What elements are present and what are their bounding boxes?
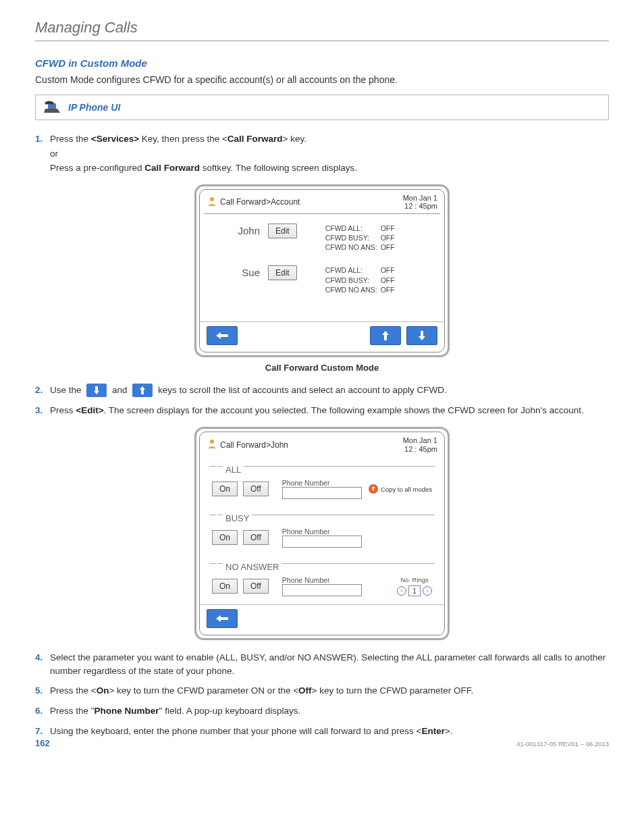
group-label: NO ANSWER xyxy=(223,562,281,572)
step-1: 1. Press the <Services> Key, then press … xyxy=(35,132,609,175)
text: or xyxy=(50,147,609,161)
text: > key to turn the CFWD parameter ON or t… xyxy=(109,685,298,696)
account-name: Sue xyxy=(209,265,260,278)
phone-number-label: Phone Number xyxy=(282,527,362,536)
callout-label: IP Phone UI xyxy=(68,102,120,113)
svg-point-2 xyxy=(210,440,214,444)
decrease-rings-button[interactable]: ‹ xyxy=(397,586,406,596)
text: > key to turn the CFWD parameter OFF. xyxy=(312,685,474,696)
account-row-sue: Sue Edit CFWD ALL:OFF CFWD BUSY:OFF CFWD… xyxy=(209,265,435,294)
text: > key. xyxy=(283,134,306,144)
cfwd-all-value: OFF xyxy=(381,224,395,233)
phone-number-field: Phone Number xyxy=(95,706,159,716)
text: Press the < xyxy=(50,685,97,696)
group-all: ALL On Off Phone Number Copy to all mode… xyxy=(207,460,437,504)
cfwd-busy-label: CFWD BUSY: xyxy=(325,276,381,285)
phone-number-label: Phone Number xyxy=(282,576,362,584)
text: Press a pre-configured xyxy=(50,163,144,173)
enter-key: Enter xyxy=(421,726,445,736)
phone-screen-2: Call Forward>John Mon Jan 1 12 : 45pm AL… xyxy=(194,427,450,640)
on-button[interactable]: On xyxy=(212,579,238,594)
copy-label: Copy to all modes xyxy=(381,486,432,493)
step-5: 5. Press the <On> key to turn the CFWD p… xyxy=(35,684,609,698)
call-forward-softkey: Call Forward xyxy=(144,163,200,173)
up-arrow-icon xyxy=(132,384,153,397)
step-number: 1. xyxy=(35,132,50,175)
cfwd-busy-value: OFF xyxy=(381,233,395,242)
text: softkey. The following screen displays. xyxy=(200,163,357,173)
group-busy: BUSY On Off Phone Number xyxy=(207,509,437,553)
services-key: <Services> xyxy=(91,134,139,144)
step-number: 2. xyxy=(35,384,50,397)
cfwd-na-label: CFWD NO ANS: xyxy=(325,242,381,252)
section-title: CFWD in Custom Mode xyxy=(35,57,609,69)
back-button[interactable] xyxy=(207,609,238,628)
edit-button[interactable]: Edit xyxy=(268,265,297,280)
down-arrow-icon xyxy=(86,384,107,397)
text: . The screen displays for the account yo… xyxy=(104,405,584,415)
ip-phone-ui-callout: IP Phone UI xyxy=(35,95,609,120)
text: Press the " xyxy=(50,706,95,716)
group-no-answer: NO ANSWER On Off Phone Number No. Rings … xyxy=(207,557,437,602)
group-label: BUSY xyxy=(223,513,252,523)
off-button[interactable]: Off xyxy=(243,481,269,496)
step-4: 4. Select the parameter you want to enab… xyxy=(35,651,609,677)
breadcrumb: Call Forward>Account xyxy=(220,197,300,207)
step-number: 5. xyxy=(35,684,50,698)
cfwd-na-value: OFF xyxy=(381,242,395,252)
text: >. xyxy=(445,726,453,736)
phone-number-label: Phone Number xyxy=(282,479,362,487)
step-number: 4. xyxy=(35,651,50,677)
header-rule xyxy=(35,41,609,41)
text: Use the xyxy=(50,385,84,395)
phone-screen-1: Call Forward>Account Mon Jan 1 12 : 45pm… xyxy=(194,184,450,357)
text: Press xyxy=(50,405,76,415)
figure-caption: Call Forward Custom Mode xyxy=(265,363,379,373)
down-button[interactable] xyxy=(406,326,437,345)
cfwd-all-label: CFWD ALL: xyxy=(325,224,381,233)
on-button[interactable]: On xyxy=(212,530,238,545)
step-number: 3. xyxy=(35,404,50,417)
account-name: John xyxy=(209,224,260,236)
text: Select the parameter you want to enable … xyxy=(50,651,609,677)
off-button[interactable]: Off xyxy=(243,579,269,594)
back-button[interactable] xyxy=(207,326,238,345)
page-number: 162 xyxy=(35,738,50,748)
up-button[interactable] xyxy=(370,326,401,345)
step-2: 2. Use the and keys to scroll the list o… xyxy=(35,384,609,397)
text: Press the xyxy=(50,134,91,144)
group-label: ALL xyxy=(223,465,244,475)
cfwd-all-value: OFF xyxy=(381,265,395,275)
text: " field. A pop-up keyboard displays. xyxy=(159,706,301,716)
person-icon xyxy=(207,196,217,209)
svg-point-1 xyxy=(210,197,214,201)
cfwd-all-label: CFWD ALL: xyxy=(325,265,381,275)
page-header: Managing Calls xyxy=(35,19,609,36)
cfwd-na-value: OFF xyxy=(381,285,395,294)
call-forward-key: Call Forward xyxy=(227,134,283,144)
increase-rings-button[interactable]: › xyxy=(423,586,432,596)
phone-number-input[interactable] xyxy=(282,536,362,548)
phone-number-input[interactable] xyxy=(282,584,362,596)
text: Using the keyboard, enter the phone numb… xyxy=(50,726,421,736)
step-number: 7. xyxy=(35,725,50,738)
on-button[interactable]: On xyxy=(212,481,238,496)
text: and xyxy=(112,385,130,395)
cfwd-na-label: CFWD NO ANS: xyxy=(325,285,381,294)
page-footer: 162 41-001317-05 REV01 – 06.2013 xyxy=(35,738,609,748)
date: Mon Jan 1 xyxy=(403,436,437,445)
step-6: 6. Press the "Phone Number" field. A pop… xyxy=(35,704,609,718)
document-id: 41-001317-05 REV01 – 06.2013 xyxy=(516,740,609,748)
off-key: Off xyxy=(298,685,312,696)
step-number: 6. xyxy=(35,704,50,718)
edit-button[interactable]: Edit xyxy=(268,224,297,238)
copy-icon xyxy=(369,484,378,494)
rings-label: No. Rings xyxy=(400,576,429,583)
off-button[interactable]: Off xyxy=(243,530,269,545)
text: keys to scroll the list of accounts and … xyxy=(158,385,447,395)
copy-to-all-modes[interactable]: Copy to all modes xyxy=(369,484,432,494)
date: Mon Jan 1 xyxy=(403,194,437,203)
time: 12 : 45pm xyxy=(403,202,437,211)
cfwd-busy-value: OFF xyxy=(381,276,395,285)
phone-number-input[interactable] xyxy=(282,487,362,499)
